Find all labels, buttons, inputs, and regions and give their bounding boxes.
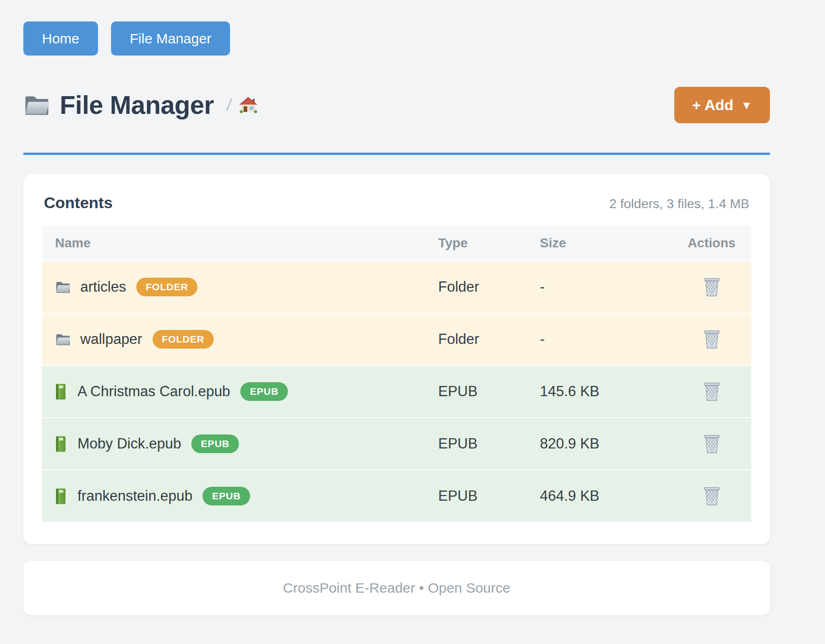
nav-home-button[interactable]: Home (23, 21, 98, 56)
type-cell: EPUB (438, 383, 540, 400)
size-cell: - (540, 331, 672, 348)
breadcrumb-separator: / (225, 95, 233, 115)
actions-cell (672, 328, 751, 351)
book-icon (55, 436, 68, 452)
page-title: File Manager (60, 90, 214, 120)
actions-cell (672, 432, 751, 455)
table-body: articles FOLDER Folder - wallpaper FOLDE… (42, 260, 751, 522)
nav-file-manager-button[interactable]: File Manager (111, 21, 230, 56)
size-cell: 820.9 KB (540, 435, 672, 452)
column-header-name: Name (42, 236, 438, 251)
file-name: frankenstein.epub (77, 488, 192, 504)
folder-icon (55, 333, 71, 346)
name-cell: frankenstein.epub EPUB (42, 487, 438, 505)
folder-icon (55, 280, 71, 294)
table-row[interactable]: articles FOLDER Folder - (42, 260, 751, 313)
delete-button[interactable] (701, 380, 722, 403)
name-cell: A Christmas Carol.epub EPUB (42, 382, 438, 401)
footer: CrossPoint E-Reader • Open Source (23, 561, 770, 615)
actions-cell (672, 484, 751, 508)
column-header-actions: Actions (672, 236, 751, 251)
file-name: Moby Dick.epub (77, 435, 181, 452)
table-header-row: Name Type Size Actions (42, 226, 751, 260)
add-button[interactable]: + Add ▼ (674, 87, 770, 123)
actions-cell (672, 275, 751, 299)
book-icon (55, 384, 68, 400)
delete-button[interactable] (701, 275, 722, 299)
size-cell: - (540, 279, 672, 295)
name-cell: wallpaper FOLDER (42, 330, 438, 349)
trash-icon (703, 382, 720, 401)
type-cell: EPUB (438, 488, 540, 504)
table-row[interactable]: Moby Dick.epub EPUB EPUB 820.9 KB (42, 417, 751, 469)
file-table: Name Type Size Actions articles FOLDER F… (42, 226, 751, 522)
column-header-size: Size (540, 236, 672, 251)
table-row[interactable]: wallpaper FOLDER Folder - (42, 313, 751, 365)
add-button-label: + Add (692, 97, 734, 114)
type-badge: FOLDER (153, 330, 214, 349)
type-badge: EPUB (203, 487, 250, 505)
size-cell: 464.9 KB (540, 488, 672, 504)
name-cell: Moby Dick.epub EPUB (42, 434, 438, 453)
delete-button[interactable] (701, 484, 722, 508)
contents-summary: 2 folders, 3 files, 1.4 MB (609, 196, 749, 211)
file-name: wallpaper (80, 331, 142, 348)
breadcrumb: File Manager / (23, 90, 258, 120)
file-name: articles (80, 279, 126, 295)
type-badge: FOLDER (136, 278, 197, 296)
trash-icon (703, 329, 720, 349)
type-cell: Folder (438, 331, 540, 348)
page-header: File Manager / + Add ▼ (23, 85, 770, 125)
type-badge: EPUB (191, 434, 239, 453)
trash-icon (703, 434, 720, 454)
contents-card: Contents 2 folders, 3 files, 1.4 MB Name… (23, 174, 770, 544)
top-nav: Home File Manager (23, 21, 770, 56)
file-manager-page: Home File Manager File Manager / + Add ▼… (0, 0, 825, 644)
contents-card-header: Contents 2 folders, 3 files, 1.4 MB (42, 194, 751, 212)
footer-text: CrossPoint E-Reader • Open Source (283, 580, 510, 596)
trash-icon (703, 277, 720, 297)
book-icon (55, 488, 68, 504)
header-divider (23, 153, 770, 155)
contents-heading: Contents (44, 194, 112, 212)
file-name: A Christmas Carol.epub (77, 383, 230, 400)
delete-button[interactable] (701, 432, 722, 455)
table-row[interactable]: frankenstein.epub EPUB EPUB 464.9 KB (42, 469, 751, 522)
type-cell: EPUB (438, 435, 540, 452)
delete-button[interactable] (701, 328, 722, 351)
actions-cell (672, 380, 751, 403)
column-header-type: Type (438, 236, 540, 251)
trash-icon (703, 486, 720, 506)
house-icon (239, 97, 258, 113)
caret-down-icon: ▼ (741, 99, 752, 112)
size-cell: 145.6 KB (540, 383, 672, 400)
type-badge: EPUB (240, 382, 288, 401)
folder-icon (23, 94, 50, 117)
breadcrumb-home-link[interactable] (239, 97, 258, 113)
table-row[interactable]: A Christmas Carol.epub EPUB EPUB 145.6 K… (42, 365, 751, 417)
type-cell: Folder (438, 279, 540, 295)
name-cell: articles FOLDER (42, 278, 438, 296)
